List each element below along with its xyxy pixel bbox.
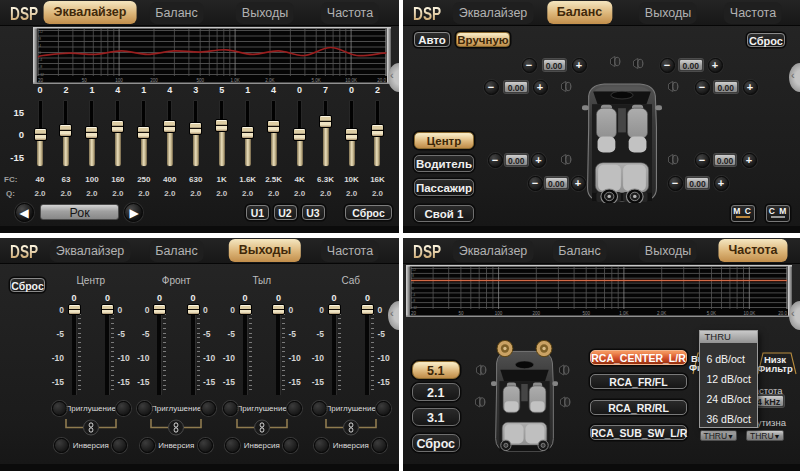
svg-text:20.0: 20.0: [377, 78, 386, 83]
svg-text:-12: -12: [39, 73, 44, 77]
svg-text:20.0: 20.0: [778, 311, 787, 316]
svg-text:5.0K: 5.0K: [707, 311, 716, 316]
svg-text:-8: -8: [412, 299, 415, 303]
svg-text:1.0K: 1.0K: [230, 78, 239, 83]
svg-text:50: 50: [458, 311, 464, 316]
svg-text:0: 0: [412, 287, 414, 291]
svg-text:0: 0: [39, 51, 41, 55]
svg-text:5.0K: 5.0K: [312, 78, 321, 83]
svg-text:10.0K: 10.0K: [345, 78, 357, 83]
svg-text:200: 200: [150, 78, 158, 83]
svg-text:10.0K: 10.0K: [743, 311, 755, 316]
svg-text:2.0K: 2.0K: [265, 78, 274, 83]
svg-text:1.0K: 1.0K: [619, 311, 628, 316]
svg-text:-12: -12: [412, 306, 417, 310]
svg-text:100: 100: [115, 78, 123, 83]
svg-text:100: 100: [495, 311, 503, 316]
svg-text:200: 200: [533, 311, 541, 316]
svg-text:500: 500: [582, 311, 590, 316]
svg-text:-4: -4: [39, 58, 42, 62]
svg-text:50: 50: [82, 78, 88, 83]
svg-text:-4: -4: [412, 293, 415, 297]
svg-text:8: 8: [412, 274, 414, 278]
svg-text:2.0K: 2.0K: [657, 311, 666, 316]
svg-text:4: 4: [39, 44, 41, 48]
svg-text:12: 12: [412, 268, 416, 272]
svg-text:20: 20: [38, 78, 44, 83]
svg-text:12: 12: [39, 30, 43, 34]
svg-text:500: 500: [196, 78, 204, 83]
svg-text:-8: -8: [39, 65, 42, 69]
svg-text:8: 8: [39, 37, 41, 41]
svg-text:20: 20: [411, 311, 417, 316]
